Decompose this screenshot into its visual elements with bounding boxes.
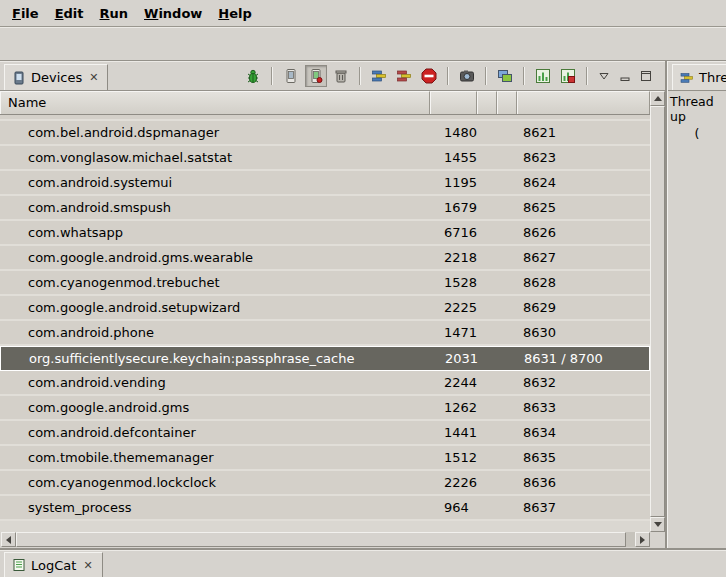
device-table-header: Name [0,91,650,115]
toolbar-separator [485,67,487,85]
process-port: 8631 / 8700 [518,351,649,366]
menubar: FileEditRunWindowHelp [0,0,726,27]
scroll-left-button[interactable] [1,532,16,547]
table-row[interactable]: system_process9648637 [0,496,650,521]
minimize-icon[interactable] [616,67,634,85]
close-icon[interactable] [81,559,94,572]
process-port: 8629 [517,300,650,315]
process-pid: 1480 [430,125,477,140]
main-area: Devices [0,61,726,548]
table-row[interactable]: com.android.smspush16798625 [0,196,650,221]
main-toolbar [0,27,726,61]
horizontal-scrollbar[interactable] [1,532,650,547]
stop-threads-icon[interactable] [393,65,415,87]
stop-profiling-icon[interactable] [557,65,579,87]
table-row[interactable]: com.bel.android.dspmanager14808621 [0,121,650,146]
process-name: com.android.phone [0,325,430,340]
process-port: 8628 [517,275,650,290]
application-window: FileEditRunWindowHelp Devices [0,0,726,577]
scroll-right-button[interactable] [635,532,650,547]
table-row[interactable]: com.android.defcontainer144118634 [0,421,650,446]
tab-devices-label: Devices [31,70,82,85]
table-row[interactable]: com.whatsapp67168626 [0,221,650,246]
device-table: Name com.bel.android.dspmanager14808621c… [0,91,650,532]
process-name: com.vonglasow.michael.satstat [0,150,430,165]
toolbar-separator [523,67,525,85]
table-row[interactable]: com.cyanogenmod.lockclock222658636 [0,471,650,496]
horizontal-scrollbar-thumb[interactable] [16,532,626,547]
cause-gc-icon[interactable] [330,65,352,87]
process-port: 8626 [517,225,650,240]
menu-item-file[interactable]: File [4,2,47,25]
column-header-spacer[interactable] [497,91,517,114]
process-port: 8637 [517,500,650,515]
system-info-icon[interactable] [494,65,516,87]
vertical-scrollbar[interactable] [650,91,665,532]
process-name: com.whatsapp [0,225,430,240]
table-row[interactable]: com.google.android.gms.wearable221858627 [0,246,650,271]
device-icon [12,71,26,85]
update-heap-icon[interactable] [280,65,302,87]
column-header-pid[interactable] [430,91,477,114]
process-port: 8634 [517,425,650,440]
process-port: 8623 [517,150,650,165]
logcat-bar: LogCat [0,548,726,577]
scroll-up-button[interactable] [650,91,665,106]
process-name: com.bel.android.dspmanager [0,125,430,140]
process-pid: 1512 [430,450,477,465]
start-profiling-icon[interactable] [532,65,554,87]
table-row[interactable]: com.google.android.gms126238633 [0,396,650,421]
table-row[interactable]: com.android.phone14718630 [0,321,650,346]
table-row[interactable]: com.google.android.setupwizard222508629 [0,296,650,321]
process-pid: 1195 [430,175,477,190]
process-name: com.android.systemui [0,175,430,190]
stop-process-icon[interactable] [418,65,440,87]
process-name: com.android.defcontainer [0,425,430,440]
vertical-scrollbar-thumb[interactable] [650,106,665,517]
table-row[interactable]: com.vonglasow.michael.satstat145538623 [0,146,650,171]
process-pid: 1471 [430,325,477,340]
threads-message-line1: Thread up [670,94,724,124]
process-name: com.cyanogenmod.lockclock [0,475,430,490]
tab-logcat-label: LogCat [31,558,76,573]
toolbar-separator [447,67,449,85]
update-threads-icon[interactable] [368,65,390,87]
column-header-spacer[interactable] [477,91,497,114]
debug-icon[interactable] [242,65,264,87]
process-port: 8630 [517,325,650,340]
process-name: org.sufficientlysecure.keychain:passphra… [1,351,431,366]
column-header-port[interactable] [517,91,650,114]
scroll-down-button[interactable] [650,517,665,532]
process-pid: 22440 [430,375,477,390]
process-name: com.cyanogenmod.trebuchet [0,275,430,290]
menu-item-run[interactable]: Run [92,2,137,25]
process-pid: 1679 [430,200,477,215]
table-row[interactable]: com.tmobile.thememanager15128635 [0,446,650,471]
dump-hprof-icon[interactable] [305,65,327,87]
process-pid: 6716 [430,225,477,240]
maximize-icon[interactable] [637,67,655,85]
menu-item-edit[interactable]: Edit [47,2,92,25]
toolbar-separator [586,67,588,85]
close-icon[interactable] [87,71,100,84]
process-pid: 14411 [430,425,477,440]
screen-capture-icon[interactable] [456,65,478,87]
table-row[interactable]: com.android.systemui11958624 [0,171,650,196]
process-name: com.google.android.gms.wearable [0,250,430,265]
table-row[interactable]: org.sufficientlysecure.keychain:passphra… [0,346,650,371]
menu-item-help[interactable]: Help [210,2,259,25]
tab-logcat[interactable]: LogCat [4,552,103,577]
logcat-icon [12,558,26,572]
process-pid: 12623 [430,400,477,415]
table-row[interactable]: com.cyanogenmod.trebuchet15288628 [0,271,650,296]
table-row[interactable]: com.android.vending224408632 [0,371,650,396]
tab-threads[interactable]: Threa [672,64,726,90]
tab-devices[interactable]: Devices [4,64,108,90]
process-pid: 1528 [430,275,477,290]
column-header-name[interactable]: Name [0,91,430,114]
toolbar-separator [359,67,361,85]
view-menu-icon[interactable] [595,67,613,85]
menu-item-window[interactable]: Window [136,2,210,25]
process-port: 8632 [517,375,650,390]
process-port: 8624 [517,175,650,190]
